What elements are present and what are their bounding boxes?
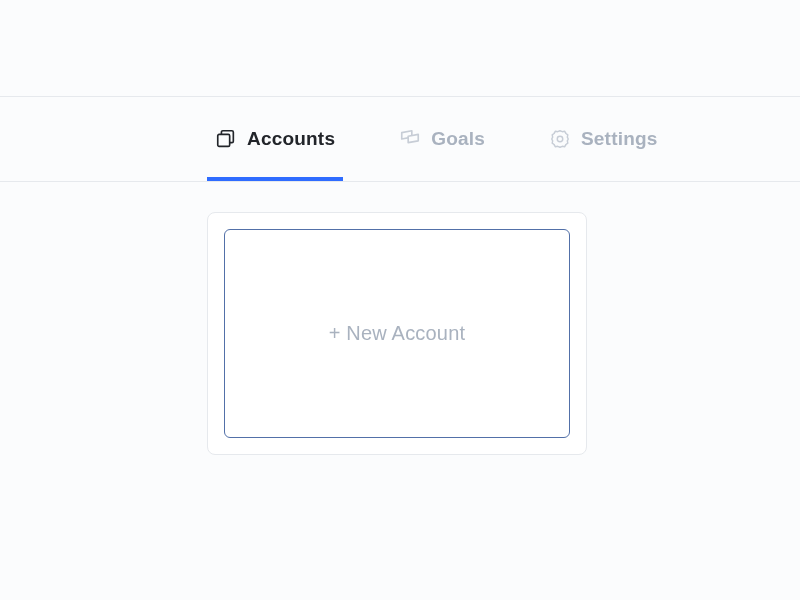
tab-accounts[interactable]: Accounts [207, 97, 343, 181]
tab-goals-label: Goals [431, 128, 485, 150]
new-account-label: + New Account [329, 322, 466, 345]
tab-accounts-label: Accounts [247, 128, 335, 150]
svg-point-2 [557, 136, 563, 142]
new-account-button[interactable]: + New Account [224, 229, 570, 438]
goals-icon [399, 128, 421, 150]
account-card: + New Account [207, 212, 587, 455]
settings-icon [549, 128, 571, 150]
svg-rect-1 [218, 134, 230, 146]
accounts-icon [215, 128, 237, 150]
tabs-nav: Accounts Goals Settings [0, 96, 800, 182]
content-area: + New Account [0, 182, 800, 455]
tab-settings-label: Settings [581, 128, 658, 150]
tab-settings[interactable]: Settings [541, 97, 666, 181]
tab-goals[interactable]: Goals [391, 97, 493, 181]
